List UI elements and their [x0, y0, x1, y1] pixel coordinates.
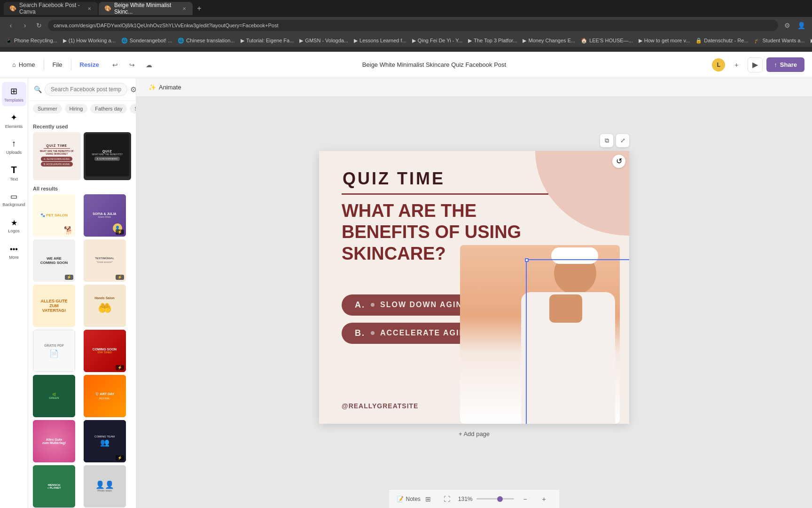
- template-thumb-9[interactable]: GRATIS PDF 📄: [33, 330, 75, 372]
- sidebar-item-templates[interactable]: ⊞ Templates: [2, 82, 26, 106]
- animate-button[interactable]: ✨ Animate: [144, 81, 186, 94]
- undo-button[interactable]: ↩: [108, 57, 123, 72]
- logos-label: Logos: [8, 229, 20, 233]
- tab-2[interactable]: 🎨 Beige White Minimalist Skinc... ✕: [99, 2, 193, 15]
- zoom-out-button[interactable]: −: [518, 492, 533, 507]
- url-text: canva.com/design/DAFDYwxlOj8/k1QeUnhOvzS…: [54, 23, 279, 28]
- template-thumb-4[interactable]: SOFIA & JULIA Event Show 👤 ⚡: [84, 194, 126, 237]
- template-thumb-5[interactable]: WE ARE COMING SOON ⚡: [33, 239, 75, 282]
- templates-icon: ⊞: [10, 86, 17, 96]
- template-thumb-12[interactable]: 🎨 ART DAY FESTIVAL: [84, 375, 126, 417]
- tab1-close[interactable]: ✕: [86, 5, 92, 12]
- canvas-wrapper: ⧉ ⤢ ↺ QUIZ TIME: [319, 151, 629, 440]
- url-bar[interactable]: canva.com/design/DAFDYwxlOj8/k1QeUnhOvzS…: [48, 20, 778, 31]
- design-canvas[interactable]: ↺ QUIZ TIME WHAT ARE THE BENEFITS OF USI…: [319, 151, 629, 424]
- user-avatar[interactable]: L: [712, 58, 725, 71]
- animate-bar: ✨ Animate: [136, 78, 812, 97]
- template-thumb-13[interactable]: Alles Gutezum Muttertag!: [33, 420, 75, 462]
- tab2-close[interactable]: ✕: [181, 5, 187, 12]
- tag-hiring[interactable]: Hiring: [65, 104, 88, 113]
- reload-button[interactable]: ↻: [34, 20, 44, 31]
- sidebar-item-more[interactable]: ••• More: [2, 240, 26, 264]
- zoom-in-button[interactable]: +: [537, 492, 552, 507]
- bookmark-1[interactable]: 📱 Phone Recycling...: [6, 38, 57, 44]
- save-status-button[interactable]: ☁: [141, 57, 156, 72]
- bookmark-13[interactable]: 🔒 Datenschutz - Re...: [695, 38, 748, 44]
- tag-fathers-day[interactable]: Fathers day: [90, 104, 127, 113]
- file-button[interactable]: File: [48, 58, 67, 71]
- back-button[interactable]: ‹: [6, 20, 16, 31]
- notes-button[interactable]: 📝 Notes: [397, 496, 420, 502]
- template-thumb-10[interactable]: COMING SOON STAY TUNED ⚡: [84, 330, 126, 372]
- sidebar-item-uploads[interactable]: ↑ Uploads: [2, 135, 26, 159]
- share-label: Share: [780, 61, 797, 68]
- redo-button[interactable]: ↪: [125, 57, 140, 72]
- bookmark-10[interactable]: ▶ Money Changes E...: [523, 38, 575, 44]
- new-tab-button[interactable]: +: [194, 3, 205, 14]
- share-button[interactable]: ↑ Share: [766, 57, 804, 72]
- present-button[interactable]: ▶: [748, 57, 763, 72]
- canvas-area: ✨ Animate ⧉ ⤢: [136, 78, 812, 508]
- canvas-refresh-button[interactable]: ↺: [612, 155, 625, 168]
- zoom-slider[interactable]: [476, 498, 514, 500]
- bookmark-14[interactable]: 🎓 Student Wants a...: [754, 38, 805, 44]
- home-button[interactable]: ⌂ Home: [8, 58, 40, 71]
- answer-a-text: SLOW DOWN AGING: [380, 301, 469, 309]
- copy-canvas-button[interactable]: ⧉: [600, 134, 613, 147]
- template-thumb-16[interactable]: 👤👤 Photo team: [84, 465, 126, 508]
- recently-used-title: Recently used: [33, 124, 131, 129]
- extensions-button[interactable]: ⚙: [782, 20, 792, 31]
- logos-icon: ★: [11, 218, 17, 227]
- zoom-thumb[interactable]: [497, 496, 503, 502]
- topbar-left: ⌂ Home File Resize ↩ ↪ ☁: [8, 57, 156, 72]
- sidebar-item-background[interactable]: ▭ Background: [2, 187, 26, 212]
- tag-summer[interactable]: Summer: [33, 104, 62, 113]
- bookmark-6[interactable]: ▶ GMSN - Vologda...: [299, 38, 348, 44]
- notes-icon: 📝: [397, 496, 404, 502]
- home-label: Home: [19, 61, 35, 68]
- tab-1[interactable]: 🎨 Search Facebook Post - Canva ✕: [4, 2, 98, 15]
- template-thumb-8[interactable]: Hands Salon 🤲: [84, 285, 126, 327]
- background-label: Background: [2, 202, 25, 207]
- bookmark-15[interactable]: ▶ (2) How To Add A...: [811, 38, 812, 44]
- template-thumb-1[interactable]: QUIZ TIME WHAT ARE THE BENEFITS OF USING…: [33, 132, 81, 180]
- sidebar-item-text[interactable]: T Text: [2, 161, 26, 185]
- sidebar-icons: ⊞ Templates ✦ Elements ↑ Uploads T Text …: [0, 78, 28, 508]
- design-content: ↺ QUIZ TIME WHAT ARE THE BENEFITS OF USI…: [319, 151, 629, 424]
- template-thumb-14[interactable]: COMING TEAM 👥 ⚡: [84, 420, 126, 462]
- tag-sale[interactable]: Sale: [130, 104, 136, 113]
- resize-button[interactable]: Resize: [75, 58, 104, 71]
- bookmark-4[interactable]: 🌐 Chinese translation...: [178, 38, 234, 44]
- answer-b-label: B.: [355, 328, 365, 338]
- bookmark-12[interactable]: ▶ How to get more v...: [639, 38, 690, 44]
- template-thumb-6[interactable]: TESTIMONIAL "Great service!" ⚡: [84, 239, 126, 282]
- bookmark-7[interactable]: ▶ Lessons Learned f...: [354, 38, 406, 44]
- template-thumb-3[interactable]: 🐾 PET SALON 🐕: [33, 194, 75, 237]
- template-thumb-15[interactable]: MENSCH+ PLANET: [33, 465, 75, 508]
- bookmark-8[interactable]: ▶ Qing Fei De Yi - Y...: [412, 38, 463, 44]
- bookmark-5[interactable]: ▶ Tutorial: Eigene Fa...: [241, 38, 294, 44]
- fullscreen-button[interactable]: ⛶: [439, 492, 454, 507]
- template-thumb-2[interactable]: QUIZ WHAT ARE THE BENEFITS? A. SLOW DOWN…: [84, 132, 132, 180]
- canvas-container: ⧉ ⤢ ↺ QUIZ TIME: [136, 102, 812, 489]
- add-page-button[interactable]: + Add page: [453, 428, 495, 440]
- all-results-grid: 🐾 PET SALON 🐕 SOFIA & JULIA Event Show 👤…: [33, 194, 131, 508]
- grid-view-button[interactable]: ⊞: [421, 492, 436, 507]
- bookmark-2[interactable]: ▶ (1) How Working a...: [63, 38, 116, 44]
- sidebar-item-logos[interactable]: ★ Logos: [2, 214, 26, 238]
- profile-button[interactable]: 👤: [796, 20, 806, 31]
- search-input[interactable]: [45, 83, 127, 96]
- filter-button[interactable]: ⚙: [130, 83, 136, 96]
- answer-a-label: A.: [355, 300, 365, 310]
- bookmark-11[interactable]: 🏠 LEE'S HOUSE—...: [581, 38, 633, 44]
- bottom-right: ⊞ ⛶ 131% − +: [421, 492, 552, 507]
- template-thumb-7[interactable]: ALLES GUTEZUMVATERTAG!: [33, 285, 75, 327]
- bookmark-9[interactable]: ▶ The Top 3 Platfor...: [468, 38, 517, 44]
- collaborators-button[interactable]: +: [729, 57, 744, 72]
- canva-topbar: ⌂ Home File Resize ↩ ↪ ☁ Beige White Min…: [0, 52, 812, 78]
- template-thumb-11[interactable]: 🌿 GREEN: [33, 375, 75, 417]
- bookmark-3[interactable]: 🌐 Sonderangebot! ...: [121, 38, 172, 44]
- sidebar-item-elements[interactable]: ✦ Elements: [2, 108, 26, 133]
- forward-button[interactable]: ›: [20, 20, 30, 31]
- expand-canvas-button[interactable]: ⤢: [616, 134, 629, 147]
